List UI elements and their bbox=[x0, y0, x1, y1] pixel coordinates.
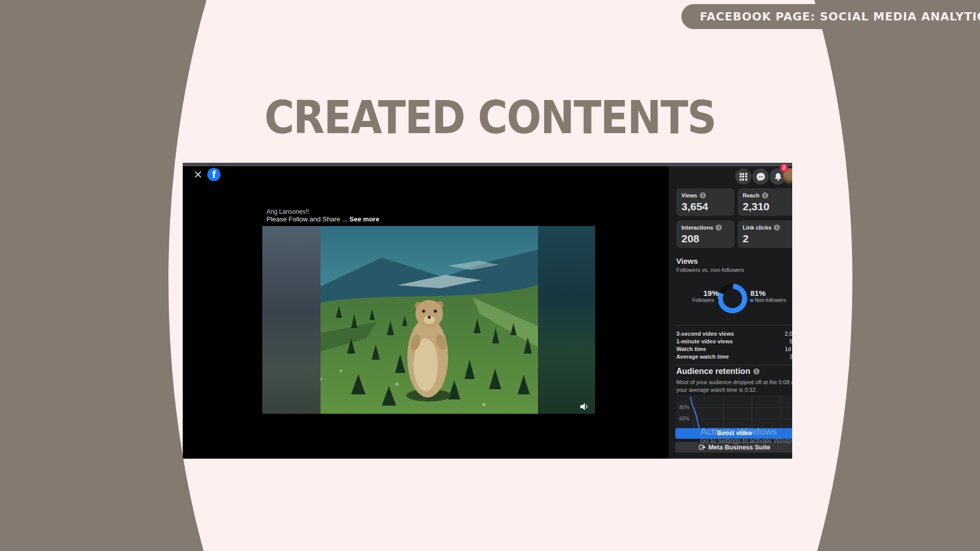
activate-windows-watermark: Activate Windows bbox=[700, 426, 777, 437]
info-icon[interactable] bbox=[753, 368, 760, 374]
metric-label: Link clicks bbox=[743, 224, 771, 231]
audience-retention-desc2: your average watch time is 0:32. bbox=[676, 387, 757, 393]
audience-retention-desc1: Most of your audience dropped off at the… bbox=[676, 379, 792, 385]
views-section-subheading: Followers vs. non-followers bbox=[676, 267, 744, 273]
retention-tick-60: 60% bbox=[679, 416, 690, 421]
metric-value: 2 bbox=[743, 233, 791, 245]
stat-value: 596 bbox=[790, 338, 792, 344]
stat-label: 3-second video views bbox=[676, 331, 734, 337]
activate-windows-watermark-line2: Go to Settings to activate Windows. bbox=[700, 437, 792, 444]
stat-row: Watch time 1d 38 bbox=[676, 346, 792, 352]
metric-value: 2,310 bbox=[743, 201, 791, 213]
stat-row: Average watch time 32s bbox=[676, 354, 792, 360]
page-title: CREATED CONTENTS bbox=[0, 91, 980, 144]
video-blur-band-left bbox=[262, 226, 321, 414]
window-top-strip bbox=[183, 163, 792, 166]
open-external-icon bbox=[699, 444, 705, 450]
stat-label: Watch time bbox=[676, 346, 706, 352]
close-icon[interactable] bbox=[194, 170, 202, 179]
video-scene bbox=[321, 226, 538, 414]
divider bbox=[676, 365, 792, 365]
metric-label: Views bbox=[681, 192, 697, 198]
stat-value: 1d 38 bbox=[785, 346, 792, 352]
followers-legend: 19% Followers bbox=[668, 289, 719, 303]
nonfollowers-dot bbox=[750, 299, 753, 302]
followers-label: Followers bbox=[692, 297, 714, 303]
bell-icon bbox=[774, 172, 782, 181]
video-blur-band-right bbox=[538, 226, 595, 414]
info-icon[interactable] bbox=[700, 192, 706, 198]
metric-card-link-clicks: Link clicks 2 bbox=[738, 220, 792, 248]
metric-label: Reach bbox=[743, 192, 760, 198]
see-more-link[interactable]: See more bbox=[350, 215, 380, 223]
post-caption-text: Please Follow and Share ... bbox=[266, 215, 350, 223]
facebook-logo-icon[interactable]: f bbox=[207, 168, 220, 181]
metric-card-interactions: Interactions 208 bbox=[676, 220, 734, 248]
apps-grid-icon bbox=[740, 173, 747, 181]
info-icon[interactable] bbox=[762, 192, 768, 198]
info-icon[interactable] bbox=[774, 224, 780, 231]
facebook-screenshot: f Ang Lansones!! Please Follow and Share… bbox=[183, 163, 792, 459]
retention-tick-80: 80% bbox=[679, 405, 690, 410]
nonfollowers-label: Non-followers bbox=[755, 297, 786, 303]
metric-label: Interactions bbox=[681, 224, 713, 231]
stat-row: 3-second video views 2,027 bbox=[676, 331, 792, 337]
messenger-icon bbox=[756, 172, 765, 181]
apps-grid-button[interactable] bbox=[735, 168, 751, 185]
stat-row: 1-minute video views 596 bbox=[676, 338, 792, 344]
post-caption: Please Follow and Share ... See more bbox=[266, 215, 379, 223]
post-author: Ang Lansones!! bbox=[266, 208, 309, 215]
stat-value: 32s bbox=[790, 354, 792, 360]
followers-donut-chart bbox=[718, 284, 747, 313]
nonfollowers-legend: 81% Non-followers bbox=[750, 289, 792, 303]
metric-value: 208 bbox=[681, 233, 729, 245]
audience-retention-heading: Audience retention bbox=[676, 367, 750, 376]
views-section-heading: Views bbox=[676, 257, 698, 265]
metric-card-reach: Reach 2,310 bbox=[738, 188, 792, 216]
divider bbox=[676, 325, 792, 325]
metric-card-views: Views 3,654 bbox=[676, 188, 734, 216]
slide: FACEBOOK PAGE: SOCIAL MEDIA ANALYTICS RE… bbox=[0, 0, 980, 551]
stat-label: Average watch time bbox=[676, 354, 729, 360]
meta-business-suite-label: Meta Business Suite bbox=[708, 444, 771, 451]
messenger-button[interactable] bbox=[752, 168, 769, 185]
notification-count-badge: 2 bbox=[780, 164, 788, 172]
metric-value: 3,654 bbox=[681, 201, 729, 213]
report-badge: FACEBOOK PAGE: SOCIAL MEDIA ANALYTICS RE… bbox=[681, 4, 980, 29]
followers-dot bbox=[716, 299, 719, 302]
info-icon[interactable] bbox=[716, 224, 722, 231]
video-frame[interactable] bbox=[262, 226, 595, 414]
volume-icon[interactable] bbox=[580, 403, 589, 411]
stat-value: 2,027 bbox=[785, 331, 792, 337]
audience-retention-header: Audience retention bbox=[676, 367, 760, 376]
followers-pct: 19% bbox=[668, 289, 719, 297]
stat-label: 1-minute video views bbox=[676, 338, 733, 344]
nonfollowers-pct: 81% bbox=[750, 289, 792, 297]
